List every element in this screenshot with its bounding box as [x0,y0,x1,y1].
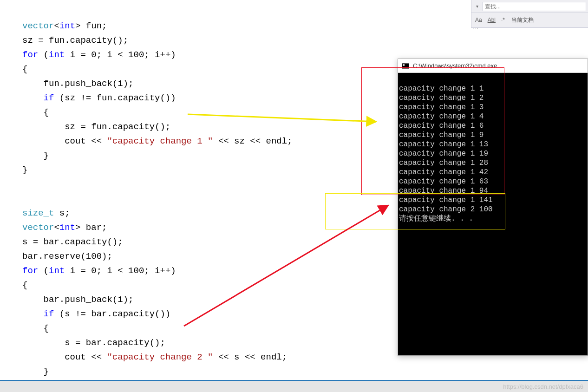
code-token: (s != bar.capacity()) [54,309,170,319]
code-line: { [22,107,49,118]
search-input[interactable] [483,2,586,11]
find-panel: ▾ Aa Abl ·* 当前文档 ··· [471,0,588,28]
code-line: sz = fun.capacity(); [22,35,128,46]
console-line: capacity change 1 63 [399,177,488,186]
code-token: int [49,50,65,60]
code-line: { [22,280,27,290]
code-line: } [22,165,27,175]
console-line: capacity change 1 3 [399,103,483,111]
code-token: vector [22,21,54,31]
code-token: (sz != fun.capacity()) [54,93,176,103]
code-token: for [22,50,38,60]
console-line: capacity change 1 4 [399,112,483,121]
code-token: << sz << endl; [213,136,292,146]
console-line: capacity change 1 94 [399,187,488,195]
console-line: capacity change 1 42 [399,168,488,176]
code-token: ( [38,50,49,60]
code-token: int [59,222,75,233]
code-token [22,93,44,103]
code-token: for [22,266,38,276]
console-line: capacity change 1 6 [399,122,483,130]
code-line: bar.push_back(i); [22,294,133,305]
console-line: capacity change 1 28 [399,159,488,167]
code-token: ( [38,266,49,276]
code-token: size_t [22,208,54,218]
console-line: capacity change 2 100 [399,205,493,214]
code-line: } [22,150,49,161]
code-token: i = 0; i < 100; i++) [65,50,176,60]
cmd-icon [402,63,409,69]
console-line: capacity change 1 1 [399,85,483,93]
console-line: capacity change 1 9 [399,131,483,139]
find-row: ▾ [471,0,588,13]
chevron-down-icon[interactable]: ▾ [473,2,481,11]
code-line: { [22,323,49,333]
console-titlebar[interactable]: C:\Windows\system32\cmd.exe [398,59,588,73]
code-token: > fun; [75,21,107,31]
status-strip [0,381,588,392]
console-title: C:\Windows\system32\cmd.exe [413,62,497,69]
match-case-toggle[interactable]: Aa [474,16,483,24]
code-token: < [54,222,59,233]
code-token: < [54,21,59,31]
watermark: https://blog.csdn.net/dpfxaca6 [503,383,583,390]
code-token: int [49,266,65,276]
code-string: "capacity change 2 " [107,352,213,362]
console-line: capacity change 1 141 [399,196,493,204]
code-line: } [22,366,49,377]
console-window: C:\Windows\system32\cmd.exe capacity cha… [398,59,588,356]
code-token: > bar; [75,222,107,233]
code-line: bar.reserve(100); [22,251,112,261]
code-token: cout << [22,136,107,146]
code-token: i = 0; i < 100; i++) [65,266,176,276]
code-string: "capacity change 1 " [107,136,213,146]
code-token: int [59,21,75,31]
console-line: capacity change 1 13 [399,140,488,149]
find-options-row: Aa Abl ·* 当前文档 [471,13,588,27]
whole-word-toggle[interactable]: Abl [487,16,497,24]
console-line: 请按任意键继续. . . [399,215,473,223]
console-line: capacity change 1 19 [399,150,488,158]
code-token [22,309,44,319]
code-token: cout << [22,352,107,362]
panel-grip[interactable]: ··· [471,27,588,30]
code-token: << s << endl; [213,352,287,362]
code-line: { [22,64,27,74]
code-line: fun.push_back(i); [22,78,133,89]
console-output[interactable]: capacity change 1 1 capacity change 1 2 … [398,73,588,355]
code-line: sz = fun.capacity(); [22,122,170,132]
code-token: if [44,309,54,319]
regex-toggle[interactable]: ·* [500,16,506,24]
search-scope-label: 当前文档 [511,16,534,24]
console-line: capacity change 1 2 [399,94,483,102]
code-token: vector [22,222,54,233]
code-token: if [44,93,54,103]
code-line: s = bar.capacity(); [22,237,123,247]
code-line: s = bar.capacity(); [22,338,165,348]
code-token: s; [54,208,70,218]
